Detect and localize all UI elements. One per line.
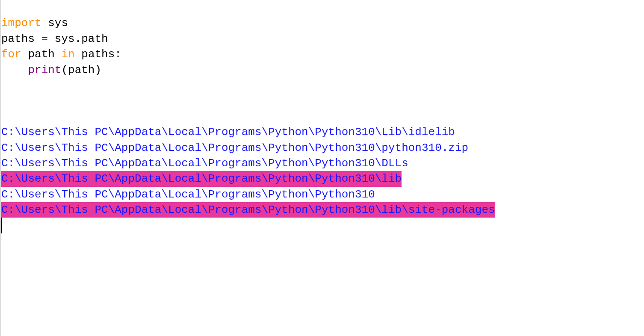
code-text [41,17,48,29]
path-output: C:\Users\This PC\AppData\Local\Programs\… [1,140,468,156]
code-text [75,48,82,61]
code-text: = [35,32,55,45]
code-line-3: for path in paths: [1,47,644,62]
paren: ) [95,64,101,77]
code-line-4: print(path) [1,62,644,78]
blank-line [1,93,644,109]
path-output-highlighted: C:\Users\This PC\AppData\Local\Programs\… [1,171,402,186]
blank-line [1,109,644,124]
code-editor-pane[interactable]: import syspaths = sys.pathfor path in pa… [0,0,644,336]
path-output-highlighted: C:\Users\This PC\AppData\Local\Programs\… [1,202,495,218]
output-line-3: C:\Users\This PC\AppData\Local\Programs\… [1,156,644,171]
code-text [55,48,62,61]
output-line-1: C:\Users\This PC\AppData\Local\Programs\… [1,124,644,140]
path-output: C:\Users\This PC\AppData\Local\Programs\… [1,187,375,202]
path-output: C:\Users\This PC\AppData\Local\Programs\… [1,124,455,140]
paren: ( [61,64,68,77]
keyword-in: in [61,48,74,61]
argument: path [68,64,95,77]
blank-line [1,78,644,93]
keyword-import: import [1,17,41,29]
keyword-for: for [1,48,21,61]
code-text [21,48,28,61]
variable-name: paths [1,32,35,45]
indent [1,64,28,77]
cursor-line [1,218,644,235]
output-line-6: C:\Users\This PC\AppData\Local\Programs\… [1,202,644,218]
loop-variable: path [28,48,54,61]
builtin-print: print [28,64,61,77]
iterable: paths: [81,48,121,61]
output-line-5: C:\Users\This PC\AppData\Local\Programs\… [1,187,644,202]
output-line-2: C:\Users\This PC\AppData\Local\Programs\… [1,140,644,156]
text-cursor [1,218,2,233]
module-name: sys [48,17,68,29]
path-output: C:\Users\This PC\AppData\Local\Programs\… [1,156,408,171]
code-line-2: paths = sys.path [1,31,644,47]
expression: sys.path [55,32,108,45]
code-line-1: import sys [1,15,644,31]
output-line-4: C:\Users\This PC\AppData\Local\Programs\… [1,171,644,186]
